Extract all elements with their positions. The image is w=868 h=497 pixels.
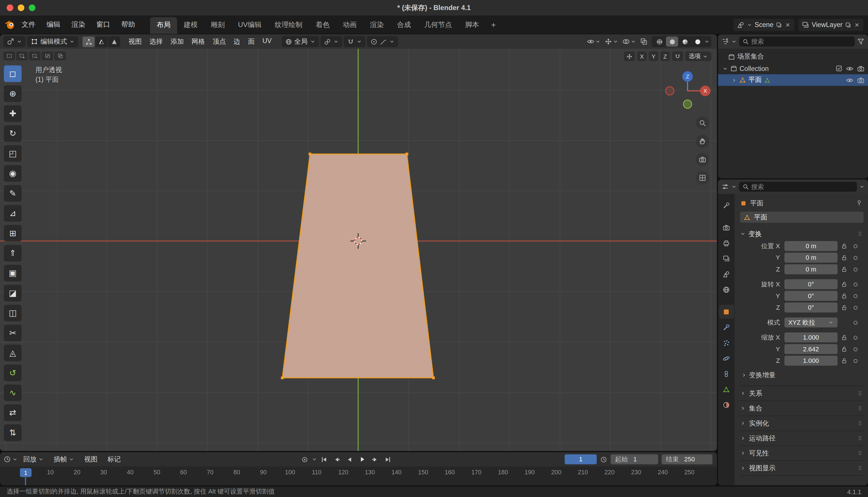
plane-object-row[interactable]: 平面: [718, 74, 868, 86]
keying-menu[interactable]: 插帧: [49, 454, 79, 464]
tool-knife[interactable]: ✂: [4, 325, 21, 341]
animate-dot[interactable]: [853, 244, 857, 248]
lock-icon[interactable]: [841, 293, 847, 299]
tool-spin[interactable]: ↺: [4, 365, 21, 381]
playhead[interactable]: 1: [20, 468, 31, 477]
close-window-button[interactable]: [6, 4, 13, 11]
viewport-menu[interactable]: 视图: [124, 37, 146, 46]
workspace-tab[interactable]: UV编辑: [231, 17, 268, 34]
topbar-menu[interactable]: 窗口: [91, 15, 116, 34]
camera-view-button[interactable]: [696, 153, 709, 166]
delta-transform-section[interactable]: 变换增量: [740, 369, 864, 381]
viewport-menu[interactable]: 网格: [188, 37, 209, 46]
tool-box-select[interactable]: ◻: [4, 66, 21, 82]
rotation-y-field[interactable]: 0°: [784, 291, 838, 301]
location-y-field[interactable]: 0 m: [784, 253, 838, 262]
animate-dot[interactable]: [853, 306, 857, 310]
rotation-z-field[interactable]: 0°: [784, 302, 838, 313]
snap-toggle[interactable]: [343, 36, 365, 47]
viewlayer-selector[interactable]: ViewLayer: [798, 19, 864, 31]
properties-search-input[interactable]: [751, 183, 854, 190]
hide-viewport-icon[interactable]: [846, 76, 854, 84]
lock-icon[interactable]: [841, 243, 847, 250]
disable-render-icon[interactable]: [857, 65, 865, 72]
xray-toggle[interactable]: [640, 38, 648, 45]
tab-material[interactable]: [719, 398, 734, 412]
gizmo-z[interactable]: [682, 71, 693, 82]
viewport-menu[interactable]: 选择: [146, 37, 166, 46]
chevron-down-icon[interactable]: [859, 184, 865, 189]
zoom-button[interactable]: [696, 116, 709, 130]
topbar-menu[interactable]: 编辑: [41, 15, 66, 34]
tab-output[interactable]: [719, 236, 734, 250]
select-mode-subtract-button[interactable]: [29, 52, 40, 60]
tab-modifiers[interactable]: [719, 320, 734, 334]
tab-object[interactable]: [719, 305, 734, 318]
view-menu[interactable]: 视图: [80, 454, 102, 464]
scene-selector[interactable]: Scene: [734, 19, 795, 31]
playback-menu[interactable]: 回放: [19, 454, 48, 464]
collection-checkbox[interactable]: [835, 65, 842, 72]
unlink-scene-icon[interactable]: [784, 21, 791, 28]
tool-edge-slide[interactable]: ⇄: [4, 404, 21, 421]
viewport-menu[interactable]: 面: [244, 37, 258, 46]
frame-start-field[interactable]: 起始 1: [610, 454, 658, 464]
proportional-edit-toggle[interactable]: [367, 36, 398, 47]
panel-grip[interactable]: ⠿: [858, 231, 864, 237]
viewport-menu[interactable]: 顶点: [209, 37, 230, 46]
expand-icon[interactable]: [731, 77, 737, 83]
select-mode-intersect-button[interactable]: [54, 52, 66, 60]
animate-dot[interactable]: [853, 256, 857, 259]
section-instancing[interactable]: 实例化⠿: [740, 416, 864, 431]
tool-transform[interactable]: ◉: [4, 165, 21, 182]
outliner-search-input[interactable]: [751, 38, 851, 45]
add-workspace-button[interactable]: +: [486, 20, 501, 29]
topbar-menu[interactable]: 帮助: [116, 15, 141, 34]
tool-smooth[interactable]: ∿: [4, 384, 21, 401]
shading-material-button[interactable]: [679, 37, 691, 46]
animate-dot[interactable]: [853, 347, 857, 351]
mode-selector[interactable]: 编辑模式: [27, 36, 78, 47]
transform-orientation-selector[interactable]: 全局: [282, 36, 319, 47]
collection-row[interactable]: Collection: [718, 62, 868, 74]
select-mode-new-button[interactable]: [3, 52, 15, 60]
timeline-ruler[interactable]: 1020304050607080901001101201301401501601…: [0, 467, 717, 485]
lock-icon[interactable]: [841, 266, 847, 273]
section-viewport-display[interactable]: 视图显示⠿: [740, 461, 864, 476]
viewport-menu[interactable]: 添加: [166, 37, 188, 46]
topbar-menu[interactable]: 文件: [16, 15, 41, 34]
tab-tool[interactable]: [719, 198, 734, 212]
panel-grip[interactable]: ⠿: [858, 390, 864, 396]
section-relations[interactable]: 关系⠿: [740, 386, 864, 401]
disable-render-icon[interactable]: [857, 76, 865, 84]
tab-physics[interactable]: [719, 351, 734, 365]
shading-solid-button[interactable]: [666, 37, 678, 46]
remove-viewlayer-icon[interactable]: [854, 21, 860, 28]
workspace-tab[interactable]: 纹理绘制: [268, 17, 309, 34]
workspace-tab[interactable]: 渲染: [363, 17, 391, 34]
marker-menu[interactable]: 标记: [103, 454, 125, 464]
panel-grip[interactable]: ⠿: [858, 435, 864, 441]
tool-annotate[interactable]: ✎: [4, 185, 21, 202]
animate-dot[interactable]: [853, 282, 857, 286]
frame-end-field[interactable]: 结束 250: [662, 454, 712, 464]
lock-icon[interactable]: [841, 304, 847, 311]
gizmo-y[interactable]: [683, 100, 692, 108]
animate-dot[interactable]: [853, 294, 857, 298]
panel-grip[interactable]: ⠿: [858, 420, 864, 426]
tool-poly-build[interactable]: ◬: [4, 345, 21, 361]
workspace-tab[interactable]: 建模: [177, 17, 204, 34]
tool-extrude-region[interactable]: ⇑: [4, 245, 21, 261]
object-visibility-dropdown[interactable]: [587, 38, 601, 45]
tool-shrink-fatten[interactable]: ⇅: [4, 424, 21, 441]
section-visibility[interactable]: 可见性⠿: [740, 446, 864, 461]
axis-x-toggle[interactable]: X: [637, 52, 647, 61]
tool-options-dropdown[interactable]: 选项: [686, 52, 711, 61]
workspace-tab[interactable]: 动画: [336, 17, 363, 34]
scene-collection-row[interactable]: 场景集合: [718, 51, 868, 62]
lock-icon[interactable]: [841, 254, 847, 261]
overlays-dropdown[interactable]: [622, 38, 636, 45]
animate-dot[interactable]: [853, 321, 857, 325]
chevron-down-icon[interactable]: [312, 456, 317, 462]
object-name-field[interactable]: 平面: [740, 212, 864, 223]
